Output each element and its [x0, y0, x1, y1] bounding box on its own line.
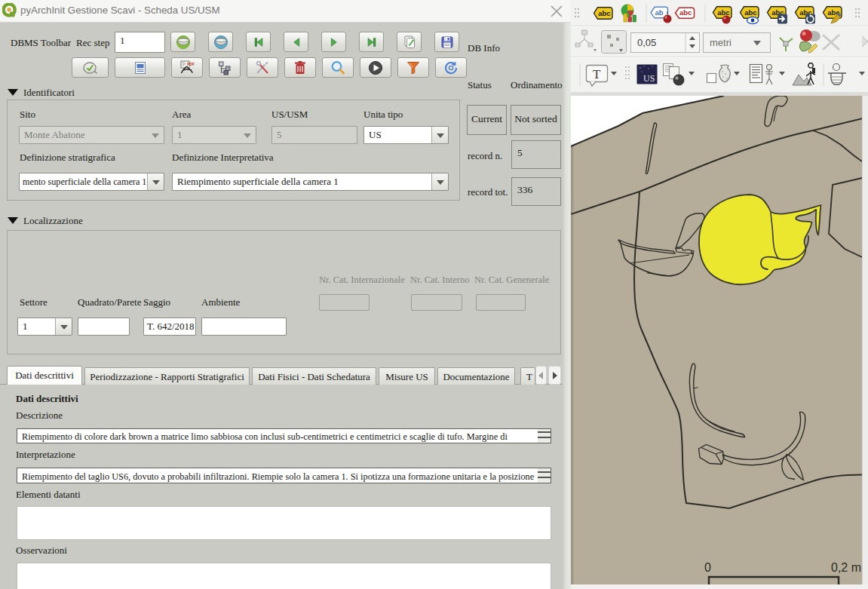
svg-text:0,05: 0,05 [637, 37, 656, 48]
svg-text:ab: ab [655, 8, 664, 17]
svg-text:metri: metri [710, 37, 732, 48]
svg-text:0,2 m: 0,2 m [831, 561, 861, 574]
svg-text:abc: abc [679, 8, 692, 17]
svg-text:US: US [643, 73, 655, 84]
svg-text:T: T [593, 67, 601, 81]
svg-text:0: 0 [704, 561, 711, 574]
svg-text:PDF: PDF [187, 61, 195, 66]
